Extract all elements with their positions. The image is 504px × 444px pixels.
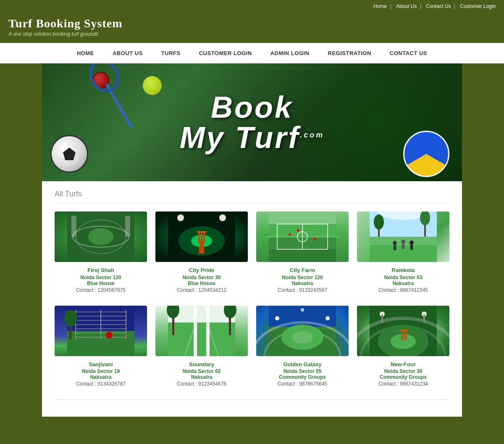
volleyball-decoration (403, 131, 449, 177)
svg-rect-12 (201, 233, 202, 243)
topbar-about-link[interactable]: About Us (396, 3, 417, 9)
sep3: | (454, 3, 455, 9)
turf-card-firoj-shah[interactable]: Firoj Shah Noida Sector 120 Blue House C… (55, 211, 147, 293)
svg-point-23 (289, 233, 291, 236)
turf-name-soundary: Soundary (155, 360, 248, 369)
svg-rect-19 (269, 249, 336, 262)
turf-card-golden-galaxy[interactable]: Golden Galaxy Noida Sector 55 Community … (256, 306, 349, 387)
svg-point-31 (393, 241, 397, 245)
turf-house-golden-galaxy: Community Groups (256, 374, 349, 380)
svg-point-38 (374, 214, 384, 230)
main-nav: HOME ABOUT US TURFS CUSTOMER LOGIN ADMIN… (0, 43, 504, 63)
turf-location-sanjivani: Noida Sector 18 (55, 368, 147, 374)
svg-rect-80 (401, 331, 402, 340)
svg-rect-34 (402, 244, 404, 249)
turf-name-city-farm: City Farm (256, 266, 349, 275)
turf-name-firoj-shah: Firoj Shah (55, 266, 147, 275)
turf-contact-sanjivani: Contact : 9134326787 (55, 381, 147, 387)
topbar-home-link[interactable]: Home (373, 3, 387, 9)
svg-point-24 (314, 238, 316, 240)
turf-card-ramkota[interactable]: Ramkota Noida Sector 53 Naksatra Contact… (357, 211, 449, 293)
sep1: | (390, 3, 391, 9)
main-wrapper: Book My Turf.com All Turfs (42, 63, 462, 417)
svg-point-55 (64, 310, 77, 327)
hero-banner: Book My Turf.com (42, 63, 462, 181)
turf-house-city-farm: Naksatra (256, 280, 349, 286)
turfs-section-title: All Turfs (55, 190, 449, 203)
nav-home[interactable]: HOME (68, 43, 103, 63)
turf-location-city-farm: Noida Sector 120 (256, 275, 349, 280)
bottom-divider (55, 399, 449, 400)
svg-point-25 (297, 229, 299, 232)
nav-registration[interactable]: REGISTRATION (319, 43, 381, 63)
turfs-row-2: Sanjivani Noida Sector 18 Naksatra Conta… (55, 306, 449, 387)
nav-about[interactable]: ABOUT US (103, 43, 152, 63)
turf-name-golden-galaxy: Golden Galaxy (256, 360, 349, 369)
svg-rect-13 (203, 233, 205, 243)
turf-img-soundary (155, 306, 248, 356)
turf-card-sanjivani[interactable]: Sanjivani Noida Sector 18 Naksatra Conta… (55, 306, 147, 387)
hero-com-text: .com (300, 131, 324, 139)
svg-rect-81 (403, 331, 404, 340)
sep2: | (420, 3, 421, 9)
svg-rect-16 (269, 211, 336, 224)
turf-card-city-pride[interactable]: City Pride Noida Sector 30 Blue House Co… (155, 211, 248, 293)
turf-img-firoj-shah (55, 211, 147, 262)
turf-location-new-four: Noida Sector 30 (357, 368, 449, 374)
turf-location-ramkota: Noida Sector 53 (357, 275, 449, 280)
turf-card-soundary[interactable]: Soundary Noida Sector 62 Naksatra Contac… (155, 306, 248, 387)
nav-admin-login[interactable]: ADMIN LOGIN (261, 43, 319, 63)
svg-point-2 (88, 228, 113, 245)
turfs-row-1: Firoj Shah Noida Sector 120 Blue House C… (55, 211, 449, 293)
site-title: Turf Booking System (8, 17, 123, 30)
svg-point-10 (219, 214, 226, 221)
site-header: Turf Booking System A one stop solution … (0, 13, 504, 43)
turf-house-new-four: Community Groups (357, 374, 449, 380)
nav-customer-login[interactable]: CUSTOMER LOGIN (190, 43, 261, 63)
turf-house-soundary: Naksatra (155, 374, 248, 380)
svg-rect-14 (197, 231, 206, 233)
turf-house-ramkota: Naksatra (357, 280, 449, 286)
turf-name-sanjivani: Sanjivani (55, 360, 147, 369)
turf-house-sanjivani: Naksatra (55, 374, 147, 380)
turf-location-golden-galaxy: Noida Sector 55 (256, 368, 349, 374)
turf-contact-golden-galaxy: Contact : 9878675645 (256, 381, 349, 387)
svg-point-7 (178, 226, 225, 256)
turf-contact-city-farm: Contact : 9123243567 (256, 287, 349, 293)
svg-rect-57 (168, 322, 235, 356)
svg-point-73 (326, 316, 330, 320)
turf-location-soundary: Noida Sector 62 (155, 368, 248, 374)
turf-img-city-pride (155, 211, 248, 262)
svg-rect-11 (198, 233, 200, 243)
nav-contact[interactable]: CONTACT US (381, 43, 436, 63)
svg-rect-36 (410, 245, 413, 250)
turf-house-firoj-shah: Blue House (55, 280, 147, 286)
hero-text: Book My Turf.com (180, 92, 325, 153)
hero-book-text: Book (180, 92, 325, 122)
hero-myturf-text: My Turf.com (180, 122, 325, 153)
svg-rect-87 (423, 314, 425, 322)
nav-turfs[interactable]: TURFS (152, 43, 190, 63)
turf-name-city-pride: City Pride (155, 266, 248, 275)
turf-card-new-four[interactable]: New-Four Noida Sector 30 Community Group… (357, 306, 449, 387)
svg-point-72 (275, 316, 279, 320)
logo-area: Turf Booking System A one stop solution … (8, 17, 123, 37)
svg-point-9 (177, 214, 184, 221)
turf-location-firoj-shah: Noida Sector 120 (55, 275, 147, 280)
topbar-login-link[interactable]: Customer Login (460, 3, 496, 9)
turf-img-ramkota (357, 211, 449, 262)
topbar-contact-link[interactable]: Contact Us (426, 3, 451, 9)
svg-point-74 (301, 308, 304, 312)
svg-rect-4 (71, 216, 76, 237)
svg-rect-5 (125, 216, 130, 237)
turf-img-new-four (357, 306, 449, 356)
svg-rect-82 (405, 331, 407, 340)
svg-rect-3 (67, 211, 134, 262)
turfs-section: All Turfs Firoj Shah Noida Sector 120 B (42, 181, 462, 417)
turf-name-ramkota: Ramkota (357, 266, 449, 275)
svg-rect-32 (394, 245, 396, 250)
turf-contact-firoj-shah: Contact : 1204567875 (55, 287, 147, 293)
turf-card-city-farm[interactable]: City Farm Noida Sector 120 Naksatra Cont… (256, 211, 349, 293)
turf-img-golden-galaxy (256, 306, 349, 356)
turf-contact-new-four: Contact : 9867431234 (357, 381, 449, 387)
